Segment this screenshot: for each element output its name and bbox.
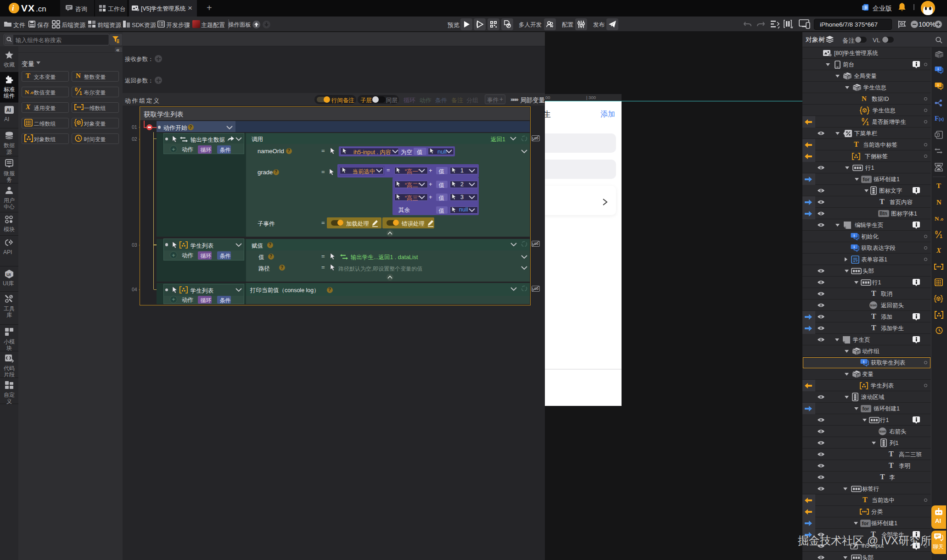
- svg-text:1: 1: [940, 233, 942, 239]
- svg-text:1: 1: [866, 121, 869, 126]
- svg-text:0: 0: [75, 87, 78, 92]
- svg-text:0: 0: [862, 117, 864, 122]
- svg-text:0: 0: [935, 230, 938, 235]
- svg-text:1: 1: [79, 90, 82, 96]
